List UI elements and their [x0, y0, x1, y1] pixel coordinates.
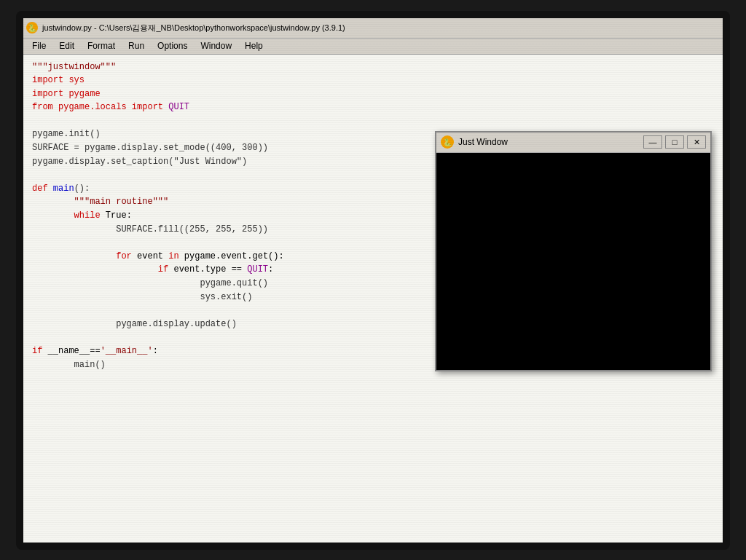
- idle-title: justwindow.py - C:\Users\김용재_NB\Desktop\…: [42, 23, 720, 33]
- menu-run[interactable]: Run: [122, 39, 150, 52]
- menu-window[interactable]: Window: [195, 39, 237, 52]
- menubar: File Edit Format Run Options Window Help: [23, 39, 723, 55]
- menu-format[interactable]: Format: [82, 39, 121, 52]
- pygame-icon: 🐍: [441, 135, 454, 149]
- code-line: from pygame.locals import QUIT: [32, 100, 714, 114]
- pygame-window-title: Just Window: [458, 137, 643, 147]
- pygame-canvas: [436, 153, 710, 370]
- monitor-bezel: 🐍 justwindow.py - C:\Users\김용재_NB\Deskto…: [16, 11, 730, 550]
- idle-icon: 🐍: [26, 22, 38, 33]
- pygame-close-button[interactable]: ✕: [687, 135, 706, 149]
- code-line: [32, 114, 714, 128]
- pygame-titlebar: 🐍 Just Window — □ ✕: [436, 133, 710, 153]
- code-line: import sys: [32, 74, 714, 87]
- menu-edit[interactable]: Edit: [53, 39, 80, 52]
- code-line: import pygame: [32, 87, 714, 101]
- pygame-minimize-button[interactable]: —: [643, 135, 662, 149]
- pygame-window: 🐍 Just Window — □ ✕: [435, 131, 712, 371]
- menu-help[interactable]: Help: [239, 39, 269, 52]
- pygame-maximize-button[interactable]: □: [665, 135, 684, 149]
- pygame-window-controls: — □ ✕: [643, 135, 706, 149]
- screen: 🐍 justwindow.py - C:\Users\김용재_NB\Deskto…: [23, 18, 723, 543]
- menu-options[interactable]: Options: [152, 39, 193, 52]
- menu-file[interactable]: File: [26, 39, 52, 52]
- idle-titlebar: 🐍 justwindow.py - C:\Users\김용재_NB\Deskto…: [23, 18, 723, 39]
- code-line: """justwindow""": [32, 60, 714, 74]
